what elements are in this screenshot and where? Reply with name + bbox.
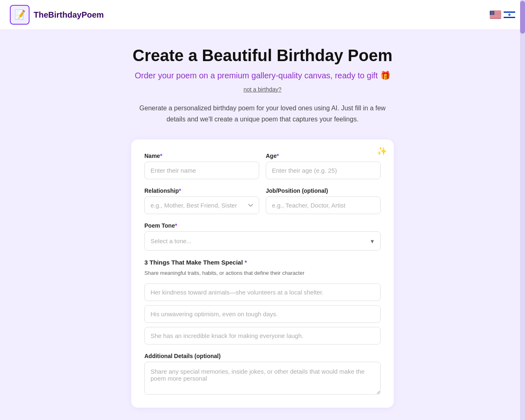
page-title: Create a Beautiful Birthday Poem	[74, 46, 451, 65]
special-input-2[interactable]	[144, 305, 381, 323]
special-label: 3 Things That Make Them Special *	[144, 259, 381, 266]
scrollbar-thumb[interactable]	[520, 1, 525, 34]
logo-text: TheBirthdayPoem	[34, 10, 104, 20]
relationship-field-group: Relationship* e.g., Mother, Best Friend,…	[144, 187, 259, 214]
relationship-label: Relationship*	[144, 187, 259, 194]
special-input-1[interactable]	[144, 283, 381, 301]
age-label: Age*	[266, 153, 381, 159]
description: Generate a personalized birthday poem fo…	[131, 103, 394, 125]
logo-area: 📝 TheBirthdayPoem	[10, 5, 104, 25]
age-field-group: Age*	[266, 153, 381, 179]
tone-field-group: Poem Tone* Select a tone... Heartfelt Fu…	[144, 222, 381, 251]
job-label: Job/Position (optional)	[266, 187, 381, 194]
sparkle-icon: ✨	[377, 146, 387, 156]
svg-rect-4	[490, 15, 501, 16]
relationship-select[interactable]: e.g., Mother, Best Friend, Sister Mother…	[144, 196, 259, 214]
svg-rect-33	[504, 17, 515, 18]
name-label: Name*	[144, 153, 259, 159]
additional-textarea[interactable]	[144, 362, 381, 395]
age-input[interactable]	[266, 162, 381, 179]
tone-select-wrapper: Select a tone... Heartfelt Funny Inspira…	[144, 231, 381, 251]
il-flag-icon	[504, 11, 515, 19]
name-input[interactable]	[144, 162, 259, 179]
logo-icon: 📝	[10, 5, 30, 25]
flags-area: ★★★★★ ★★★★ ★★★★★ ★★★★ ★★★★★	[490, 11, 515, 19]
main-content: Create a Beautiful Birthday Poem Order y…	[66, 30, 459, 420]
tone-label: Poem Tone*	[144, 222, 381, 229]
special-input-3[interactable]	[144, 327, 381, 345]
special-inputs-container	[144, 283, 381, 345]
poem-form-card: ✨ Name* Age* Relationship*	[131, 139, 394, 408]
name-age-row: Name* Age*	[144, 153, 381, 179]
additional-label: Additional Details (optional)	[144, 353, 381, 359]
site-header: 📝 TheBirthdayPoem ★★★★★ ★★★★ ★★★★★ ★★★★ …	[0, 0, 525, 30]
job-field-group: Job/Position (optional)	[266, 187, 381, 214]
svg-rect-5	[490, 16, 501, 17]
scrollbar[interactable]	[520, 0, 525, 420]
name-field-group: Name*	[144, 153, 259, 179]
subtitle: Order your poem on a premium gallery-qua…	[74, 71, 451, 80]
additional-field-group: Additional Details (optional)	[144, 353, 381, 395]
special-field-group: 3 Things That Make Them Special * Share …	[144, 259, 381, 353]
us-flag-icon: ★★★★★ ★★★★ ★★★★★ ★★★★ ★★★★★	[490, 11, 501, 19]
relationship-job-row: Relationship* e.g., Mother, Best Friend,…	[144, 187, 381, 214]
svg-rect-32	[504, 11, 515, 13]
job-input[interactable]	[266, 196, 381, 214]
special-subtitle: Share meaningful traits, habits, or acti…	[144, 270, 381, 276]
not-birthday-link[interactable]: not a birthday?	[74, 86, 451, 93]
tone-select[interactable]: Select a tone... Heartfelt Funny Inspira…	[144, 231, 381, 251]
svg-rect-6	[490, 18, 501, 18]
